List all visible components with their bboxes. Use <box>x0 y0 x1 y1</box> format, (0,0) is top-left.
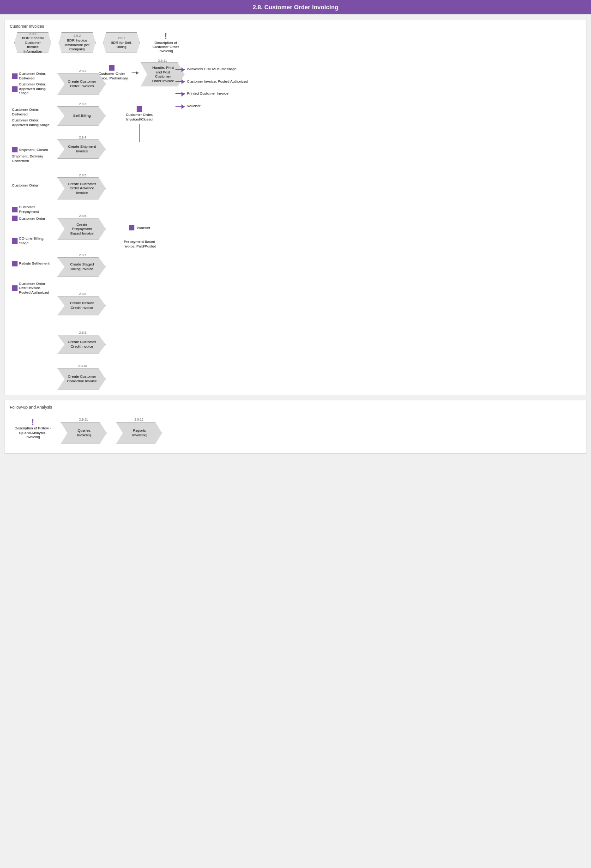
queries-invoicing[interactable]: 2.9.11 Queries Invoicing <box>60 418 107 444</box>
state-customer-order-delivered: Customer Order, Delivered <box>12 72 54 80</box>
prepayment-state: Prepayment Based Invoice, Paid/Posted <box>121 240 158 248</box>
process-2-8-11[interactable]: 2.8.11 Handle, Print and Post Customer O… <box>141 59 185 86</box>
state-co-debit: Customer Order Debit Invoice, Posted Aut… <box>12 282 54 295</box>
state-customer-order2: Customer Order <box>12 216 54 221</box>
process-2-8-3[interactable]: 2.8.3 Self-Billing <box>57 102 108 126</box>
state-group-1: Customer Order, Delivered Customer Order… <box>12 72 54 96</box>
page-header: 2.8. Customer Order Invoicing <box>0 0 591 14</box>
process-2-8-7[interactable]: 2.8.7 Create Staged Billing Invoice <box>57 253 108 277</box>
section2-label: Follow-up and Analysis <box>10 405 581 410</box>
process-2-8-6[interactable]: 2.8.6 Create Prepayment Based Invoice <box>57 214 108 240</box>
output-column: e-Invoice/ EDI/ MHS Message Customer Inv… <box>175 67 248 390</box>
state-customer-order-approved2: Customer Order, Approved Billing Stage <box>12 118 54 127</box>
vertical-line-1 <box>139 124 140 142</box>
output-voucher: Voucher <box>175 104 248 108</box>
exclamation-description: ! Description of Customer Order Invoicin… <box>147 32 184 53</box>
state-co-line: CO Line Billing Stage <box>12 236 54 245</box>
process-2-8-8[interactable]: 2.8.8 Create Rebate Credit Invoice <box>57 292 108 315</box>
state-customer-order-advance: Customer Order <box>12 183 54 188</box>
followup-exclamation: ! Description of Follow - up and Analysi… <box>14 418 51 440</box>
bdr-row: 2.9.1 BDR General Customer Invoice Infor… <box>10 32 581 53</box>
state-group-5: Customer Prepayment Customer Order <box>12 205 54 221</box>
arrow-prelim-to-handle <box>132 72 139 73</box>
bdr-item-3: 2.8.1 BDR for Self-Billing <box>103 32 140 53</box>
followup-section: Follow-up and Analysis ! Description of … <box>5 400 586 454</box>
section1-label: Customer Invoices <box>10 24 581 29</box>
output-einvoice: e-Invoice/ EDI/ MHS Message <box>175 67 248 72</box>
state-group-7: Rebate Settlement <box>12 261 54 266</box>
customer-invoices-section: Customer Invoices 2.9.1 BDR General Cust… <box>5 19 586 395</box>
process-2-8-5[interactable]: 2.8.5 Create Customer Order Advance Invo… <box>57 174 108 199</box>
reports-invoicing[interactable]: 2.9.12 Reports Invoicing <box>116 418 162 444</box>
state-group-2: Customer Order, Delivered Customer Order… <box>12 108 54 127</box>
bdr-item-1: 2.9.1 BDR General Customer Invoice Infor… <box>14 32 51 53</box>
followup-content: ! Description of Follow - up and Analysi… <box>10 413 581 449</box>
bdr-item-2: 2.9.2 BDR Invoice Information per Compan… <box>59 32 96 53</box>
state-customer-order-approved: Customer Order, Approved Billing Stage <box>12 82 54 96</box>
state-rebate: Rebate Settlement <box>12 261 54 266</box>
state-customer-order-delivered2: Customer Order, Delivered <box>12 108 54 116</box>
preliminary-flow: Customer Order Invoice, Preliminary 2.8.… <box>95 59 185 86</box>
process-2-8-9[interactable]: 2.8.9 Create Customer Credit Invoice <box>57 331 108 354</box>
process-2-8-4[interactable]: 2.8.4 Create Shipment Invoice <box>57 136 108 159</box>
state-group-8: Customer Order Debit Invoice, Posted Aut… <box>12 282 54 295</box>
input-states: Customer Order, Delivered Customer Order… <box>12 72 54 390</box>
state-group-4: Customer Order <box>12 183 54 188</box>
page-wrapper: 2.8. Customer Order Invoicing Customer I… <box>0 0 591 458</box>
center-column: Customer Order, Invoiced/Closed Customer… <box>112 72 167 390</box>
state-group-3: Shipment, Closed Shipment, Delivery Conf… <box>12 147 54 163</box>
state-shipment-closed: Shipment, Closed <box>12 147 54 152</box>
output-printed: Printed Customer Invoice <box>175 91 248 96</box>
state-shipment-delivery: Shipment, Delivery Confirmed <box>12 154 54 163</box>
process-chevrons: 2.8.2 Create Customer Order Invoices 2.8… <box>57 69 108 390</box>
invoiced-closed-state: Customer Order, Invoiced/Closed <box>121 106 158 121</box>
state-group-6: CO Line Billing Stage <box>12 236 54 245</box>
process-2-8-10[interactable]: 2.8.10 Create Customer Correction Invoic… <box>57 364 108 390</box>
voucher-state-1: Voucher <box>129 225 150 230</box>
state-customer-prepayment: Customer Prepayment <box>12 205 54 214</box>
output-posted: Customer Invoice, Posted Authorized <box>175 79 248 84</box>
